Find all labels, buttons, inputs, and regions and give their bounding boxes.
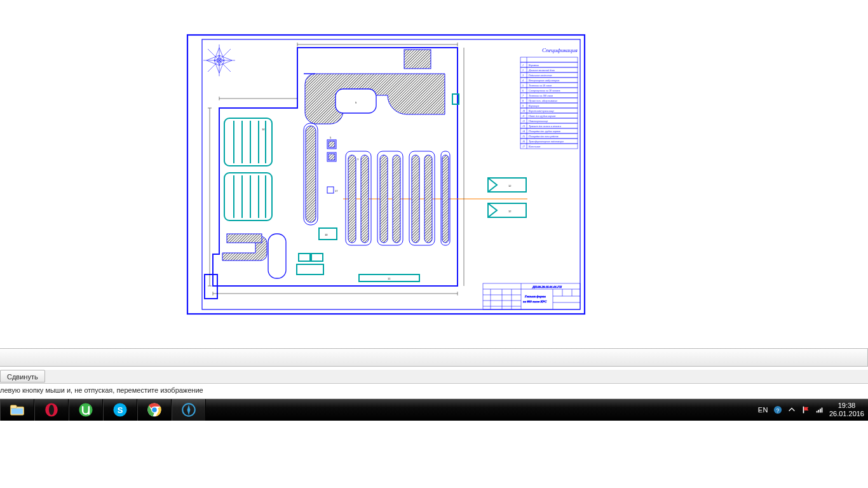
label-5: 5 <box>330 136 332 139</box>
svg-rect-53 <box>327 187 334 193</box>
svg-rect-48 <box>306 126 316 222</box>
tray-language[interactable]: EN <box>758 406 768 414</box>
svg-rect-52 <box>329 154 335 160</box>
taskbar-utorrent[interactable] <box>69 399 103 421</box>
svg-text:16: 16 <box>522 140 525 143</box>
svg-rect-44 <box>424 155 432 243</box>
svg-text:Котельная: Котельная <box>528 145 541 148</box>
help-icon[interactable]: ? <box>773 405 782 414</box>
svg-rect-137 <box>11 409 23 414</box>
svg-text:Родильное отделение: Родильное отделение <box>528 74 552 77</box>
svg-rect-50 <box>329 141 335 147</box>
svg-rect-149 <box>803 407 804 414</box>
svg-rect-15 <box>224 118 272 166</box>
chevron-up-icon[interactable] <box>787 405 796 414</box>
tray-time: 19:38 <box>829 402 864 410</box>
svg-text:Коровник: Коровник <box>528 64 539 67</box>
svg-rect-33 <box>488 178 526 192</box>
svg-text:8: 8 <box>522 99 524 102</box>
svg-point-139 <box>49 405 54 415</box>
opera-icon <box>43 402 60 418</box>
svg-text:Санпропускник на 30 человек: Санпропускник на 30 человек <box>529 89 560 92</box>
svg-rect-40 <box>380 155 388 243</box>
titleblock-code: ДП.03.29.15.01.01.ГП <box>532 285 562 288</box>
label-12b: 12 <box>508 210 512 213</box>
flag-icon[interactable] <box>801 405 810 414</box>
tray-date: 26.01.2016 <box>829 410 864 418</box>
label-1: 1 <box>357 158 359 161</box>
svg-text:Площадка для грубых кормов: Площадка для грубых кормов <box>528 130 560 133</box>
tray-clock[interactable]: 19:38 26.01.2016 <box>829 402 864 418</box>
svg-text:5: 5 <box>522 84 524 87</box>
svg-text:Навозохранилище: Навозохранилище <box>528 119 548 123</box>
svg-rect-152 <box>820 409 821 412</box>
svg-rect-136 <box>10 405 17 409</box>
svg-rect-55 <box>227 234 262 243</box>
svg-text:Корнеплодо-хранилище: Корнеплодо-хранилище <box>528 109 554 112</box>
svg-text:6: 6 <box>522 89 524 92</box>
svg-text:?: ? <box>776 407 780 414</box>
taskbar-chrome[interactable] <box>137 399 172 421</box>
svg-text:13: 13 <box>522 125 525 128</box>
svg-rect-13 <box>404 50 431 69</box>
taskbar-explorer[interactable] <box>0 399 34 421</box>
hint-bar: левую кнопку мыши и, не отпуская, переме… <box>0 384 868 399</box>
chrome-icon <box>146 402 163 418</box>
svg-rect-153 <box>822 408 823 413</box>
svg-text:Кормоцех: Кормоцех <box>528 104 539 107</box>
svg-text:7: 7 <box>522 94 524 97</box>
taskbar: S EN ? <box>0 399 868 421</box>
kompas-icon <box>180 402 197 418</box>
titleblock-title2: на 800 голов КРС <box>523 300 547 303</box>
svg-rect-27 <box>299 254 310 261</box>
svg-rect-29 <box>297 264 323 274</box>
svg-text:Телятник на 100 голов: Телятник на 100 голов <box>529 94 553 97</box>
label-14: 14 <box>262 128 265 131</box>
svg-text:9: 9 <box>522 104 524 107</box>
label-11: 11 <box>388 277 391 280</box>
svg-rect-151 <box>818 410 819 412</box>
tool-strip <box>0 348 868 367</box>
taskbar-opera[interactable] <box>34 399 69 421</box>
svg-rect-41 <box>393 155 400 243</box>
svg-rect-37 <box>348 155 356 243</box>
svg-rect-43 <box>412 155 419 243</box>
drawing-canvas[interactable]: 9 14 10 11 12 12 <box>0 0 868 348</box>
svg-text:4: 4 <box>522 79 524 82</box>
svg-rect-54 <box>268 234 286 278</box>
svg-rect-46 <box>442 155 449 243</box>
svg-text:14: 14 <box>522 130 525 133</box>
taskbar-skype[interactable]: S <box>103 399 137 421</box>
svg-text:Пункт тех. обслуживания: Пункт тех. обслуживания <box>528 99 557 102</box>
tab-move[interactable]: Сдвинуть <box>0 370 45 383</box>
label-17: 17 <box>335 189 338 193</box>
network-icon[interactable] <box>815 405 824 414</box>
command-tab-row: Сдвинуть <box>0 370 868 384</box>
svg-point-145 <box>152 407 156 412</box>
svg-text:11: 11 <box>522 114 525 118</box>
label-10: 10 <box>325 233 328 236</box>
svg-text:17: 17 <box>522 145 526 148</box>
svg-rect-21 <box>224 173 272 220</box>
svg-text:Ветеринарная амбулатория: Ветеринарная амбулатория <box>529 79 560 82</box>
taskbar-kompas[interactable] <box>172 399 206 421</box>
svg-text:3: 3 <box>522 74 524 77</box>
svg-text:10: 10 <box>522 109 525 112</box>
svg-text:Траншея для силоса и сенажа: Траншея для силоса и сенажа <box>529 125 561 128</box>
svg-text:15: 15 <box>522 135 525 138</box>
svg-text:S: S <box>118 405 123 415</box>
svg-rect-68 <box>520 57 578 62</box>
svg-rect-28 <box>311 254 323 261</box>
svg-rect-150 <box>817 411 818 413</box>
svg-text:Навес для грубых кормов: Навес для грубых кормов <box>528 114 556 118</box>
titleblock-title1: Генплан фермы <box>524 295 546 298</box>
svg-text:1: 1 <box>522 64 524 67</box>
folder-icon <box>9 402 25 418</box>
spec-title: Спецификация <box>542 47 578 53</box>
svg-text:Площадка для тех.средств: Площадка для тех.средств <box>528 135 559 138</box>
svg-rect-38 <box>361 155 369 243</box>
svg-text:Доильно-молочный блок: Доильно-молочный блок <box>528 69 555 72</box>
svg-rect-34 <box>488 203 526 217</box>
svg-text:Телятник на 50 голов: Телятник на 50 голов <box>529 84 552 87</box>
system-tray: EN ? 19:38 26.01.2016 <box>758 399 868 421</box>
